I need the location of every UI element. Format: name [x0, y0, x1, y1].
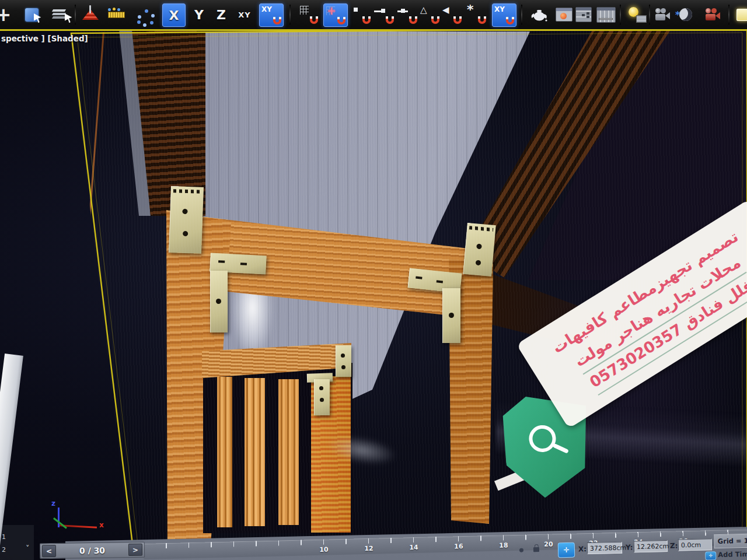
trackbar-frame-label: 18 — [499, 541, 508, 549]
corner-label-1: 1 — [2, 533, 6, 541]
gate-bracket-L-vert — [314, 379, 330, 415]
transform-typein-button[interactable]: ✛ — [558, 542, 575, 558]
trackbar-frame-label: 12 — [364, 545, 374, 552]
previous-frame-button[interactable]: < — [42, 545, 56, 557]
gate-bracket-plate — [336, 345, 351, 377]
render-setup-dialog-icon[interactable] — [594, 4, 617, 26]
x-coordinate-label: X: — [578, 545, 587, 553]
light-lister-icon[interactable] — [623, 4, 648, 26]
gate-slat-2 — [245, 378, 265, 526]
bracket-left-L-vert — [210, 271, 228, 332]
measure-ruler-icon[interactable] — [104, 4, 128, 26]
toolbar-separator — [728, 5, 729, 24]
prompt-line-text: Add Time T — [718, 550, 747, 559]
snap-xy2-toggle[interactable]: XY — [492, 4, 516, 27]
toolbar-separator — [75, 5, 76, 24]
snap-point-toggle[interactable]: + — [323, 4, 348, 27]
gate-slat-3 — [278, 379, 299, 525]
corner-chevron-icon[interactable]: ˅ — [26, 544, 30, 552]
plus-icon[interactable]: + — [0, 4, 14, 26]
z-coordinate-field[interactable]: 0.0cm — [678, 538, 712, 551]
toolbar-separator — [521, 5, 522, 24]
dot-toggle-icon[interactable] — [519, 548, 523, 552]
rendered-frame-window-icon[interactable] — [553, 4, 574, 26]
current-frame-readout[interactable]: 0 / 30 — [79, 545, 105, 555]
bracket-left-plate — [169, 186, 204, 254]
corner-panel — [0, 525, 34, 560]
snap-dots-icon[interactable] — [132, 4, 156, 26]
main-toolbar: + X Y Z XY XY + △ ◀ * XY — [0, 0, 747, 31]
gizmo-z-label: z — [51, 499, 55, 508]
y-coordinate-label: Y: — [626, 543, 633, 551]
magnifier-icon — [528, 424, 557, 453]
bracket-right-plate — [463, 223, 495, 276]
snap-midpoint-toggle[interactable] — [396, 4, 419, 26]
toolbar-separator — [649, 5, 650, 24]
gizmo-x-label: x — [99, 521, 104, 529]
constraint-x-button[interactable]: X — [162, 4, 186, 27]
next-frame-button[interactable]: > — [128, 544, 142, 556]
z-coordinate-label: Z: — [670, 542, 678, 550]
render-teapot-icon[interactable] — [526, 4, 552, 26]
snap-star-toggle[interactable]: * — [465, 4, 488, 26]
time-slider[interactable]: < 0 / 30 > — [40, 542, 145, 559]
trackbar-frame-label: 16 — [454, 542, 463, 550]
render-iterative-moon-icon[interactable] — [673, 4, 698, 26]
magnifier-handle — [553, 443, 569, 454]
constraint-y-button[interactable]: Y — [189, 4, 209, 26]
selection-lock-icon[interactable] — [533, 547, 539, 552]
gizmo-y-axis — [53, 517, 67, 529]
select-object-icon[interactable] — [19, 4, 44, 26]
trackbar-frame-label: 10 — [319, 546, 329, 554]
corner-label-2: 2 — [2, 546, 6, 554]
y-coordinate-field[interactable]: 12.262cm — [634, 540, 668, 552]
snap-grid-toggle[interactable] — [298, 4, 320, 26]
prompt-blue-icon[interactable]: ✛ — [705, 551, 716, 560]
viewport-label[interactable]: spective ] [Shaded] — [1, 34, 88, 43]
camera-icon[interactable] — [651, 4, 673, 26]
axis-pyramid-icon[interactable] — [78, 4, 103, 26]
video-post-camera-icon[interactable] — [700, 4, 725, 26]
gate-slat-1 — [217, 377, 232, 527]
snap-face-filled-toggle[interactable]: ◀ — [441, 4, 463, 26]
screen: spective ] [Shaded] z x تصميم تجهيزمطاعم… — [0, 0, 747, 560]
constraint-z-button[interactable]: Z — [211, 4, 231, 26]
snap-endpoint-toggle[interactable] — [372, 4, 396, 26]
color-swatch-icon[interactable] — [732, 4, 747, 26]
select-stack-icon[interactable] — [48, 4, 71, 26]
trackbar-frame-label: 14 — [409, 544, 418, 551]
render-list-dialog-icon[interactable] — [574, 4, 594, 26]
grid-size-readout: Grid = 10. — [714, 534, 747, 549]
constraint-xy-button[interactable]: XY — [233, 4, 256, 26]
toolbar-separator — [289, 5, 291, 24]
bracket-right-L-vert — [442, 288, 460, 343]
snap-face-toggle[interactable]: △ — [419, 4, 441, 26]
snap-xy-toggle[interactable]: XY — [259, 4, 284, 27]
wall-edge-line — [64, 32, 104, 547]
x-coordinate-field[interactable]: 372.588cm — [587, 542, 622, 554]
toolbar-separator — [620, 5, 621, 24]
snap-vertex-toggle[interactable] — [350, 4, 372, 26]
